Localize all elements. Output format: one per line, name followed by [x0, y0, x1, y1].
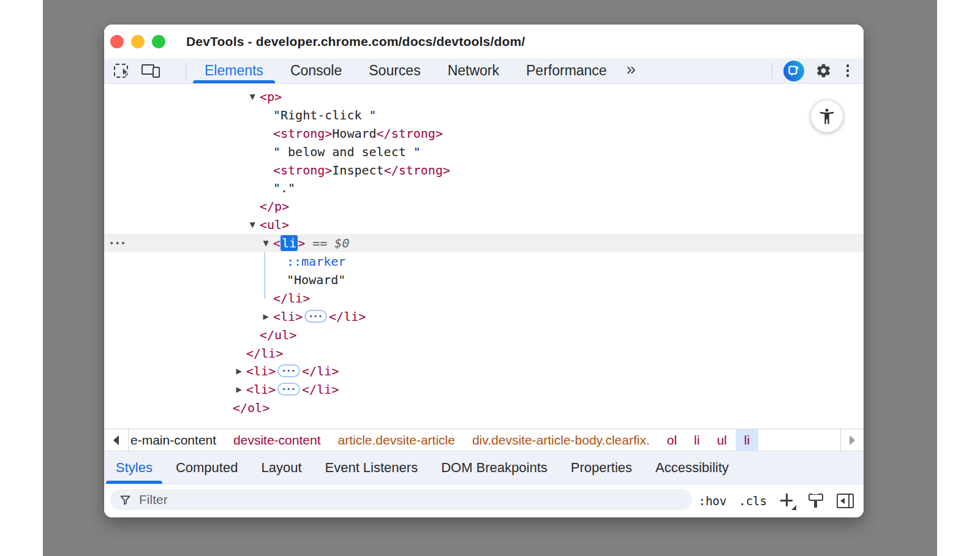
- more-panels-button[interactable]: »: [627, 61, 636, 80]
- main-toolbar: ElementsConsoleSourcesNetworkPerformance…: [104, 58, 864, 84]
- window-controls: [110, 35, 165, 48]
- dom-row-code: <li> == $0: [273, 234, 349, 252]
- dom-row[interactable]: ▼<ul>: [104, 216, 864, 234]
- settings-gear-icon: [815, 62, 832, 79]
- new-style-rule-button[interactable]: [779, 493, 795, 509]
- code-token-text: Howard: [332, 126, 376, 141]
- tab-console[interactable]: Console: [277, 58, 355, 83]
- window-title: DevTools - developer.chrome.com/docs/dev…: [186, 34, 525, 49]
- dom-row[interactable]: ▶<li>•••</li>: [104, 380, 864, 399]
- sidebar-tab-layout[interactable]: Layout: [249, 451, 313, 484]
- toggle-hover-state-button[interactable]: :hov: [698, 494, 726, 508]
- breadcrumb-item[interactable]: ul: [708, 429, 735, 451]
- expand-arrow-icon[interactable]: ▶: [233, 380, 244, 399]
- dom-row-code: "Right-click ": [273, 106, 377, 124]
- toggle-sidebar-button[interactable]: [837, 494, 854, 508]
- dom-row-selected[interactable]: •••▼<li> == $0: [104, 234, 864, 252]
- dom-row[interactable]: "Right-click ": [104, 106, 864, 124]
- inline-expand-button[interactable]: •••: [304, 310, 327, 323]
- collapse-arrow-icon[interactable]: ▼: [247, 216, 258, 234]
- dom-row[interactable]: </p>: [104, 197, 864, 216]
- sidebar-tab-computed[interactable]: Computed: [164, 451, 250, 484]
- dom-row[interactable]: ▼<p>: [104, 88, 864, 106]
- dom-row[interactable]: </li>: [104, 289, 864, 307]
- dom-row[interactable]: "Howard": [104, 271, 864, 289]
- code-token-tag: <li>: [246, 382, 276, 397]
- breadcrumb-item[interactable]: div.devsite-article-body.clearfix.: [464, 429, 658, 451]
- settings-button[interactable]: [815, 62, 832, 79]
- dom-row[interactable]: </ul>: [104, 326, 864, 344]
- styles-filter-field[interactable]: [110, 489, 692, 510]
- tab-network[interactable]: Network: [434, 58, 513, 83]
- sidebar-tab-event-listeners[interactable]: Event Listeners: [314, 451, 430, 484]
- dom-row[interactable]: " below and select ": [104, 143, 864, 161]
- code-token-tag: </li>: [302, 364, 339, 378]
- toggle-class-button[interactable]: .cls: [739, 494, 767, 508]
- more-menu-kebab-icon: [846, 64, 850, 67]
- more-options-button[interactable]: [843, 63, 853, 78]
- sidebar-tab-accessibility[interactable]: Accessibility: [644, 451, 741, 484]
- dom-row-code: <li>•••</li>: [246, 362, 339, 380]
- close-button[interactable]: [110, 35, 124, 48]
- code-token-tag: </strong>: [377, 126, 443, 141]
- breadcrumb-item[interactable]: li: [685, 429, 708, 451]
- ai-assistant-button[interactable]: [783, 61, 804, 81]
- styles-filter-bar: :hov .cls: [104, 484, 864, 517]
- dom-row-code: "Howard": [287, 271, 345, 289]
- collapse-arrow-icon[interactable]: ▼: [260, 234, 271, 252]
- code-token-text: "Howard": [287, 272, 345, 287]
- expand-arrow-icon[interactable]: ▶: [233, 362, 244, 380]
- expand-arrow-icon[interactable]: ▶: [260, 307, 271, 326]
- code-token-sel: li: [281, 235, 298, 251]
- dom-row-code: " below and select ": [273, 143, 421, 161]
- row-actions-dots-icon[interactable]: •••: [109, 234, 126, 252]
- dom-row[interactable]: </ol>: [104, 399, 864, 417]
- collapse-arrow-icon[interactable]: ▼: [247, 88, 258, 106]
- code-token-text: "Right-click ": [273, 108, 377, 122]
- toggle-sidebar-icon: [848, 495, 850, 507]
- tab-performance[interactable]: Performance: [513, 58, 620, 83]
- filter-input[interactable]: [139, 492, 654, 507]
- breadcrumb-item[interactable]: devsite-content: [225, 429, 329, 451]
- dom-row-code: <strong>Inspect</strong>: [273, 161, 450, 179]
- sidebar-tab-properties[interactable]: Properties: [559, 451, 644, 484]
- dom-row[interactable]: ".": [104, 179, 864, 197]
- dom-row[interactable]: </li>: [104, 344, 864, 363]
- code-token-tag: </li>: [246, 346, 283, 361]
- code-token-text: " below and select ": [273, 145, 421, 159]
- tab-sources[interactable]: Sources: [355, 58, 434, 83]
- tab-elements[interactable]: Elements: [191, 58, 277, 83]
- inline-expand-button[interactable]: •••: [277, 364, 300, 377]
- minimize-button[interactable]: [131, 35, 145, 48]
- device-toolbar-button[interactable]: [141, 64, 160, 78]
- code-token-tag: >: [298, 236, 305, 250]
- inline-expand-button[interactable]: •••: [277, 383, 300, 396]
- inspect-element-button[interactable]: [114, 64, 128, 78]
- dom-row[interactable]: ▶<li>•••</li>: [104, 307, 864, 326]
- dom-row[interactable]: <strong>Howard</strong>: [104, 124, 864, 143]
- dom-row[interactable]: ::marker: [104, 252, 864, 271]
- dom-row-code: </li>: [246, 344, 283, 363]
- dom-row-code: ".": [273, 179, 295, 197]
- dom-tree-panel[interactable]: ::marker▼<p>"Right-click "<strong>Howard…: [104, 84, 864, 429]
- sidebar-tab-styles[interactable]: Styles: [104, 451, 164, 484]
- dom-row-code: ::marker: [287, 252, 345, 271]
- code-token-tag: </li>: [329, 309, 366, 324]
- dom-row[interactable]: ▶<li>•••</li>: [104, 362, 864, 380]
- breadcrumb-item-selected[interactable]: li: [736, 429, 758, 451]
- breadcrumb-item[interactable]: article.devsite-article: [330, 429, 464, 451]
- code-token-tag: <strong>: [273, 163, 332, 178]
- breadcrumb-scroll-left-button[interactable]: [104, 429, 129, 451]
- rendering-emulation-button[interactable]: [807, 493, 824, 509]
- zoom-button[interactable]: [152, 35, 165, 48]
- toolbar-divider: [772, 63, 772, 79]
- code-token-tag: </p>: [260, 199, 289, 214]
- page-accessibility-widget-button[interactable]: [811, 100, 843, 132]
- breadcrumb-item[interactable]: ol: [658, 429, 685, 451]
- sidebar-tab-dom-breakpoints[interactable]: DOM Breakpoints: [429, 451, 559, 484]
- breadcrumb-scroll-right-button[interactable]: [840, 429, 864, 451]
- breadcrumb-item[interactable]: e-main-content: [129, 429, 225, 451]
- toolbar-left-icons: [104, 63, 186, 79]
- dom-row[interactable]: <strong>Inspect</strong>: [104, 161, 864, 179]
- code-token-pseudo: ::marker: [260, 84, 318, 86]
